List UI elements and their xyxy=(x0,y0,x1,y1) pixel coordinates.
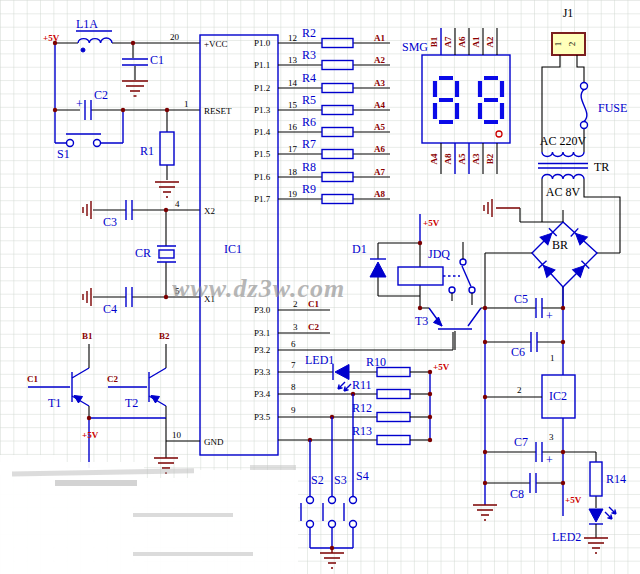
inductor-label: L1A xyxy=(76,17,98,31)
ic1-pin-p10: P1.0 xyxy=(254,38,271,48)
ic1-pin-vcc: +VCC xyxy=(204,39,228,49)
c8-label: C8 xyxy=(510,487,524,501)
ic1-pin-p31: P3.1 xyxy=(254,328,270,338)
tr-label: TR xyxy=(594,160,609,174)
smg-pin-a7: A7 xyxy=(443,36,453,47)
plus5v-label-r10: +5V xyxy=(433,362,450,372)
ic1-pin-p16: P1.6 xyxy=(254,172,271,182)
r9-label: R9 xyxy=(302,182,316,196)
net-c1-t1: C1 xyxy=(27,374,38,384)
ic1-pin-p17: P1.7 xyxy=(254,194,271,204)
r13-label: R13 xyxy=(352,424,372,438)
pin1-number: 1 xyxy=(184,99,189,109)
c5-plus: + xyxy=(546,309,553,323)
d1-label: D1 xyxy=(352,242,367,256)
net-a5: A5 xyxy=(374,122,385,132)
r8-label: R8 xyxy=(302,160,316,174)
svg-text:8: 8 xyxy=(291,382,296,392)
net-a8: A8 xyxy=(374,189,385,199)
svg-text:19: 19 xyxy=(288,189,298,199)
ic2-pin-2: 2 xyxy=(517,385,522,395)
svg-text:18: 18 xyxy=(288,167,298,177)
r11-label: R11 xyxy=(352,378,372,392)
c7-plus: + xyxy=(546,453,553,467)
s3-label: S3 xyxy=(334,473,347,487)
c5-label: C5 xyxy=(514,292,528,306)
ic1-pin-p11: P1.1 xyxy=(254,60,270,70)
r4-label: R4 xyxy=(302,71,316,85)
svg-text:9: 9 xyxy=(291,405,296,415)
ic1-pin-p13: P1.3 xyxy=(254,105,271,115)
net-a7: A7 xyxy=(374,167,385,177)
svg-text:3: 3 xyxy=(293,322,298,332)
smg-pin-b2: B2 xyxy=(485,153,495,164)
led1-label: LED1 xyxy=(305,353,334,367)
ic1-pin-p34: P3.4 xyxy=(254,389,271,399)
ic1-pin-p35: P3.5 xyxy=(254,412,271,422)
s1-label: S1 xyxy=(57,147,70,161)
j1-pin-1: 1 xyxy=(553,42,563,47)
net-b1: B1 xyxy=(82,331,93,341)
pin4-number: 4 xyxy=(175,199,180,209)
c4-label: C4 xyxy=(103,302,117,316)
ic1-pin-p30: P3.0 xyxy=(254,305,271,315)
r3-label: R3 xyxy=(302,48,316,62)
s4-label: S4 xyxy=(356,469,369,483)
plus5v-label-relay: +5V xyxy=(423,218,440,228)
r1-label: R1 xyxy=(140,144,154,158)
t2-label: T2 xyxy=(125,396,138,410)
plus5v-label-top: +5V xyxy=(43,33,60,43)
svg-text:17: 17 xyxy=(288,144,298,154)
ic2-label: IC2 xyxy=(549,389,567,403)
t3-label: T3 xyxy=(415,314,428,328)
s2-label: S2 xyxy=(311,473,324,487)
net-c2-p31: C2 xyxy=(308,322,319,332)
r7-label: R7 xyxy=(302,137,316,151)
ic2-pin-3: 3 xyxy=(549,432,554,442)
j1-pin-2: 2 xyxy=(567,42,577,47)
ac220-label: AC 220V xyxy=(540,134,587,148)
plus5v-label-t1t2: +5V xyxy=(82,430,99,440)
ic1-pin-gnd: GND xyxy=(204,437,224,447)
c2-plus: + xyxy=(76,97,83,111)
net-a1: A1 xyxy=(374,33,385,43)
net-a4: A4 xyxy=(374,100,385,110)
net-a2: A2 xyxy=(374,55,385,65)
jdq-label: JDQ xyxy=(428,247,450,261)
c2-label: C2 xyxy=(94,88,108,102)
ic1-pin-p14: P1.4 xyxy=(254,127,271,137)
smg-pin-a1: A1 xyxy=(471,36,481,47)
smg-label: SMG xyxy=(402,40,428,54)
schematic-canvas: +5V L1A C1 + C2 xyxy=(0,0,640,574)
smg-pin-a8: A8 xyxy=(443,153,453,164)
smg-pin-a4: A4 xyxy=(429,153,439,164)
svg-text:16: 16 xyxy=(288,122,298,132)
net-b2: B2 xyxy=(159,331,170,341)
smg-pin-a6: A6 xyxy=(457,36,467,47)
watermark-text: www.dz3w.com xyxy=(172,274,345,303)
svg-text:7: 7 xyxy=(291,360,296,370)
r14-label: R14 xyxy=(606,472,626,486)
br-label: BR xyxy=(552,238,568,252)
r6-label: R6 xyxy=(302,115,316,129)
inductor-polarity-dot xyxy=(81,48,85,52)
pin20-number: 20 xyxy=(170,32,180,42)
ac8-label: AC 8V xyxy=(546,185,581,199)
r5-label: R5 xyxy=(302,93,316,107)
r10-label: R10 xyxy=(366,355,386,369)
c3-label: C3 xyxy=(103,215,117,229)
ic1-pin-x2: X2 xyxy=(204,206,215,216)
t1-label: T1 xyxy=(48,396,61,410)
r12-label: R12 xyxy=(352,401,372,415)
r2-label: R2 xyxy=(302,26,316,40)
fuse-label: FUSE xyxy=(598,101,627,115)
c1-label: C1 xyxy=(150,53,164,67)
svg-text:13: 13 xyxy=(288,55,298,65)
net-a3: A3 xyxy=(374,78,385,88)
ic1-pin-p33: P3.3 xyxy=(254,367,271,377)
smg-pin-a3: A3 xyxy=(471,153,481,164)
ic1-label: IC1 xyxy=(224,242,242,256)
plus5v-label-out: +5V xyxy=(565,495,582,505)
j1-label: J1 xyxy=(563,6,574,20)
ic1-pin-reset: RESET xyxy=(204,106,232,116)
